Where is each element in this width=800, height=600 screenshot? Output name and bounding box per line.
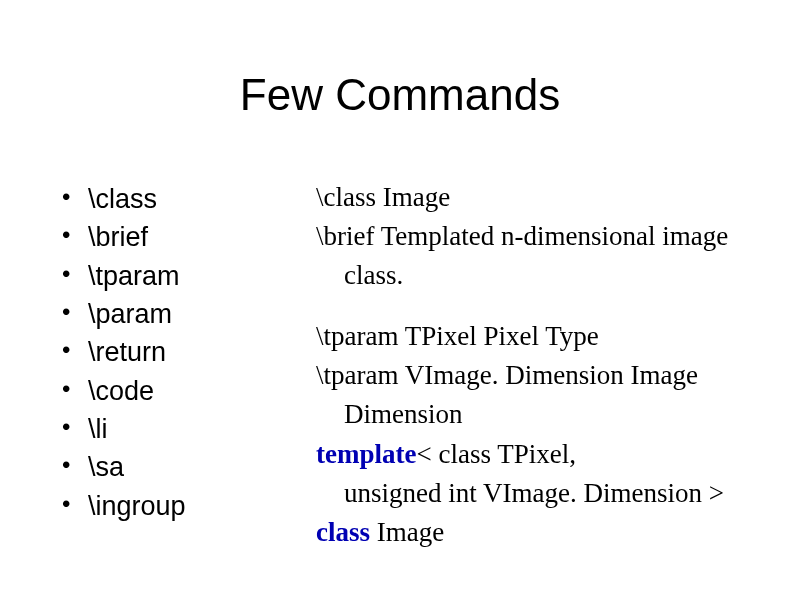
keyword-template: template <box>316 439 416 469</box>
list-item: \ingroup <box>56 487 316 525</box>
example-text: Image <box>376 182 450 212</box>
list-item: \tparam <box>56 257 316 295</box>
example-cmd: \brief <box>316 221 374 251</box>
example-line: class Image <box>316 515 760 550</box>
example-cmd: \tparam <box>316 360 398 390</box>
command-text: \class <box>88 184 157 214</box>
example-cmd: \tparam <box>316 321 398 351</box>
command-text: \sa <box>88 452 124 482</box>
command-text: \param <box>88 299 172 329</box>
example-line: \brief Templated n-dimensional image <box>316 219 760 254</box>
command-text: \li <box>88 414 108 444</box>
example-text: class. <box>344 260 403 290</box>
list-item: \sa <box>56 448 316 486</box>
example-text: VImage. Dimension Image <box>398 360 697 390</box>
example-text: Image <box>377 517 444 547</box>
commands-column: \class \brief \tparam \param \return \co… <box>56 180 316 554</box>
command-text: \code <box>88 376 154 406</box>
list-item: \code <box>56 372 316 410</box>
slide-title: Few Commands <box>0 70 800 120</box>
list-item: \brief <box>56 218 316 256</box>
example-cmd: \class <box>316 182 376 212</box>
example-line-indent: Dimension <box>344 397 760 432</box>
example-line-indent: class. <box>344 258 760 293</box>
command-text: \return <box>88 337 166 367</box>
example-column: \class Image \brief Templated n-dimensio… <box>316 180 760 554</box>
example-text: TPixel Pixel Type <box>398 321 598 351</box>
keyword-class: class <box>316 517 377 547</box>
commands-list: \class \brief \tparam \param \return \co… <box>56 180 316 525</box>
example-line: \tparam TPixel Pixel Type <box>316 319 760 354</box>
command-text: \ingroup <box>88 491 186 521</box>
slide: Few Commands \class \brief \tparam \para… <box>0 0 800 600</box>
list-item: \class <box>56 180 316 218</box>
slide-body: \class \brief \tparam \param \return \co… <box>56 180 760 554</box>
blank-line <box>316 297 760 319</box>
example-line: \tparam VImage. Dimension Image <box>316 358 760 393</box>
command-text: \brief <box>88 222 148 252</box>
example-text: unsigned int VImage. Dimension > <box>344 478 724 508</box>
list-item: \param <box>56 295 316 333</box>
example-text: Templated n-dimensional image <box>374 221 728 251</box>
example-line: template< class TPixel, <box>316 437 760 472</box>
example-line-indent: unsigned int VImage. Dimension > <box>344 476 760 511</box>
list-item: \li <box>56 410 316 448</box>
command-text: \tparam <box>88 261 180 291</box>
example-text: Dimension <box>344 399 463 429</box>
list-item: \return <box>56 333 316 371</box>
example-line: \class Image <box>316 180 760 215</box>
example-text: < class TPixel, <box>416 439 575 469</box>
